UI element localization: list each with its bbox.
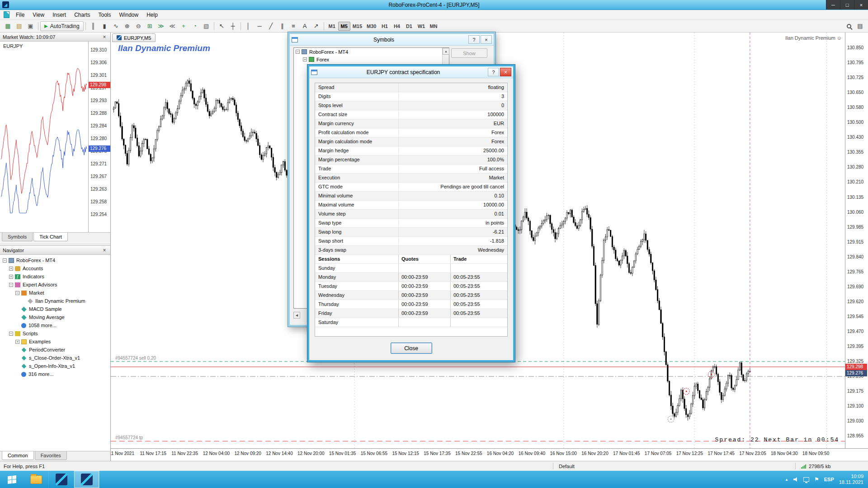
taskbar-mt4-button[interactable] [49, 471, 74, 488]
zoom-in-icon[interactable]: ⊕ [122, 21, 133, 31]
menu-tools[interactable]: Tools [94, 10, 115, 19]
collapse-icon[interactable]: − [3, 258, 7, 263]
zoom-out-icon[interactable]: ⊖ [133, 21, 144, 31]
timeframe-m15-button[interactable]: M15 [350, 22, 364, 31]
menu-file[interactable]: File [12, 10, 28, 19]
autotrading-button[interactable]: ▶AutoTrading [40, 21, 84, 31]
periods-icon[interactable]: ◔ [189, 21, 201, 31]
navigator-item-examples[interactable]: +Examples [0, 338, 110, 346]
tab-tick-chart[interactable]: Tick Chart [33, 233, 68, 241]
navigator-item-roboforex-mt4[interactable]: −RoboForex - MT4 [0, 256, 110, 264]
profiles-icon[interactable]: ▤ [14, 21, 25, 31]
navigator-item-scripts[interactable]: −Scripts [0, 329, 110, 338]
menu-window[interactable]: Window [115, 10, 143, 19]
collapse-icon[interactable]: − [15, 291, 19, 295]
horizontal-line-icon[interactable]: ─ [254, 21, 265, 31]
timeframe-m1-button[interactable]: M1 [326, 22, 338, 31]
data-window-icon[interactable]: ▤ [854, 21, 866, 31]
menu-help[interactable]: Help [142, 10, 162, 19]
action-center-flag-icon[interactable]: ⚑ [814, 476, 819, 483]
navigator-item-moving-average[interactable]: Moving Average [0, 313, 110, 321]
chart-price-scale[interactable]: 130.850130.795130.725130.650130.580130.5… [845, 33, 868, 448]
spec-help-button[interactable]: ? [488, 68, 499, 76]
chart-tab[interactable]: EURJPY,M5 [112, 33, 156, 42]
language-indicator[interactable]: ESP [824, 477, 834, 482]
menu-charts[interactable]: Charts [70, 10, 94, 19]
timeframe-m30-button[interactable]: M30 [364, 22, 378, 31]
scroll-left-icon[interactable]: ◀ [293, 312, 300, 319]
menu-insert[interactable]: Insert [48, 10, 70, 19]
spec-close-button[interactable]: × [500, 68, 511, 76]
menu-view[interactable]: View [28, 10, 48, 19]
timeframe-h1-button[interactable]: H1 [378, 22, 391, 31]
start-button[interactable] [0, 471, 24, 488]
navigator-close-icon[interactable]: × [101, 247, 108, 253]
restore-button[interactable]: □ [840, 0, 854, 9]
templates-icon[interactable]: ▧ [201, 21, 212, 31]
timeframe-w1-button[interactable]: W1 [415, 22, 427, 31]
new-chart-icon[interactable]: ▦ [2, 21, 14, 31]
navigator-item-s-open-info-xtra-v1[interactable]: s_Open-Info-Xtra_v1 [0, 362, 110, 370]
search-icon[interactable] [843, 21, 854, 31]
timeframe-h4-button[interactable]: H4 [391, 22, 403, 31]
taskbar-clock[interactable]: 10:09 18.11.2021 [839, 474, 863, 485]
panel-splitter[interactable] [0, 242, 110, 246]
cursor-icon[interactable]: ↖ [216, 21, 227, 31]
arrow-tools-icon[interactable]: ↗ [311, 21, 322, 31]
indicators-icon[interactable]: + [178, 21, 189, 31]
navigator-item-periodconverter[interactable]: PeriodConverter [0, 346, 110, 354]
navigator-item-macd-sample[interactable]: MACD Sample [0, 305, 110, 313]
market-watch-close-icon[interactable]: × [101, 34, 108, 40]
symbols-close-button[interactable]: × [481, 35, 492, 44]
tile-windows-icon[interactable]: ⊞ [144, 21, 156, 31]
navigator-item-indicators[interactable]: +ƒIndicators [0, 272, 110, 281]
taskbar-mt4-button-active[interactable] [74, 471, 99, 488]
close-button[interactable]: × [854, 0, 868, 9]
taskbar-explorer-button[interactable] [24, 471, 49, 488]
tab-common[interactable]: Common [2, 451, 34, 460]
navigator-item-316-more-[interactable]: 316 more... [0, 370, 110, 378]
bar-chart-icon[interactable]: ║ [88, 21, 99, 31]
collapse-icon[interactable]: − [9, 283, 13, 287]
navigator-item-1058-more-[interactable]: 1058 more... [0, 321, 110, 329]
minimize-button[interactable]: ─ [826, 0, 840, 9]
scroll-up-icon[interactable]: ▲ [443, 48, 449, 55]
auto-scroll-icon[interactable]: ≫ [156, 21, 167, 31]
expand-icon[interactable]: + [15, 340, 19, 344]
timeframe-m5-button[interactable]: M5 [338, 22, 350, 31]
candlestick-icon[interactable]: ▮ [99, 21, 110, 31]
status-profile-label[interactable]: Default [553, 464, 795, 469]
crosshair-icon[interactable]: ┼ [227, 21, 239, 31]
symbols-item-forex[interactable]: +Forex [294, 56, 449, 63]
show-symbol-button[interactable]: Show [451, 48, 487, 58]
tick-chart[interactable] [0, 42, 89, 232]
channel-icon[interactable]: ∥ [277, 21, 288, 31]
window-list-icon[interactable]: ▣ [25, 21, 36, 31]
close-dialog-button[interactable]: Close [391, 343, 432, 354]
navigator-item-expert-advisors[interactable]: −Expert Advisors [0, 281, 110, 289]
expand-icon[interactable]: + [9, 267, 13, 271]
collapse-icon[interactable]: − [296, 50, 300, 54]
navigator-item-market[interactable]: −Market [0, 289, 110, 297]
text-icon[interactable]: A [299, 21, 311, 31]
navigator-item-ilan-dynamic-premium[interactable]: Ilan Dynamic Premium [0, 297, 110, 305]
expand-icon[interactable]: + [303, 57, 307, 61]
tab-favorites[interactable]: Favorites [35, 451, 67, 460]
volume-icon[interactable] [793, 477, 798, 482]
expand-icon[interactable]: + [9, 275, 13, 279]
vertical-line-icon[interactable]: │ [243, 21, 254, 31]
tray-chevron-up-icon[interactable]: ▲ [785, 478, 788, 482]
navigator-item-s-close-order-xtra-v1[interactable]: s_Close-Order-Xtra_v1 [0, 354, 110, 362]
timeframe-d1-button[interactable]: D1 [403, 22, 415, 31]
chart-time-scale[interactable]: 11 Nov 202111 Nov 17:1511 Nov 22:3512 No… [111, 448, 868, 461]
line-chart-icon[interactable]: ∿ [110, 21, 122, 31]
navigator-item-accounts[interactable]: +Accounts [0, 264, 110, 272]
chart-shift-icon[interactable]: ≪ [167, 21, 178, 31]
network-icon[interactable] [803, 477, 809, 482]
collapse-icon[interactable]: − [9, 332, 13, 336]
symbols-help-button[interactable]: ? [468, 35, 480, 44]
fibonacci-icon[interactable]: ≡ [288, 21, 299, 31]
trendline-icon[interactable]: ╱ [265, 21, 277, 31]
timeframe-mn-button[interactable]: MN [427, 22, 439, 31]
symbols-item-roboforex-mt4[interactable]: −RoboForex - MT4 [294, 48, 449, 56]
